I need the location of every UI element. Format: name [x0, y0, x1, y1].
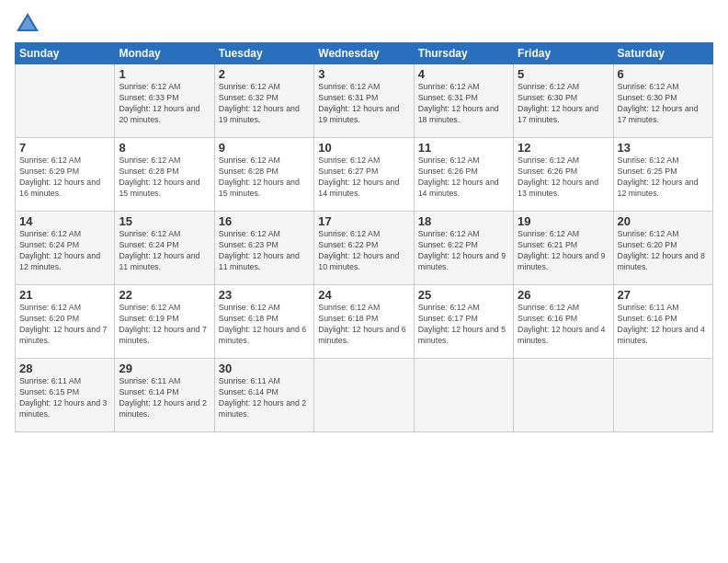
- day-number: 19: [518, 214, 609, 228]
- calendar-day-24: 24Sunrise: 6:12 AMSunset: 6:18 PMDayligh…: [314, 285, 414, 359]
- day-info: Sunrise: 6:12 AMSunset: 6:20 PMDaylight:…: [19, 303, 110, 347]
- header: [15, 11, 713, 37]
- day-info: Sunrise: 6:12 AMSunset: 6:16 PMDaylight:…: [518, 303, 609, 347]
- day-info: Sunrise: 6:12 AMSunset: 6:20 PMDaylight:…: [618, 229, 709, 273]
- calendar-header-sunday: Sunday: [16, 43, 115, 64]
- day-number: 23: [219, 288, 310, 302]
- calendar-day-5: 5Sunrise: 6:12 AMSunset: 6:30 PMDaylight…: [514, 64, 613, 138]
- calendar-day-16: 16Sunrise: 6:12 AMSunset: 6:23 PMDayligh…: [214, 212, 313, 285]
- calendar-day-2: 2Sunrise: 6:12 AMSunset: 6:32 PMDaylight…: [214, 64, 313, 138]
- calendar-day-20: 20Sunrise: 6:12 AMSunset: 6:20 PMDayligh…: [613, 212, 712, 285]
- day-number: 26: [518, 288, 609, 302]
- calendar-day-7: 7Sunrise: 6:12 AMSunset: 6:29 PMDaylight…: [16, 138, 115, 212]
- calendar-day-1: 1Sunrise: 6:12 AMSunset: 6:33 PMDaylight…: [115, 64, 214, 138]
- calendar-day-21: 21Sunrise: 6:12 AMSunset: 6:20 PMDayligh…: [16, 285, 115, 359]
- day-number: 6: [618, 67, 709, 81]
- day-info: Sunrise: 6:11 AMSunset: 6:15 PMDaylight:…: [19, 376, 110, 420]
- day-number: 17: [318, 214, 409, 228]
- day-info: Sunrise: 6:12 AMSunset: 6:22 PMDaylight:…: [318, 229, 409, 273]
- day-info: Sunrise: 6:12 AMSunset: 6:18 PMDaylight:…: [219, 303, 310, 347]
- calendar-header-row: SundayMondayTuesdayWednesdayThursdayFrid…: [16, 43, 713, 64]
- day-number: 14: [19, 214, 110, 228]
- calendar-week-row: 7Sunrise: 6:12 AMSunset: 6:29 PMDaylight…: [16, 138, 713, 212]
- calendar-day-15: 15Sunrise: 6:12 AMSunset: 6:24 PMDayligh…: [115, 212, 214, 285]
- calendar-day-empty: [514, 359, 613, 432]
- calendar-day-19: 19Sunrise: 6:12 AMSunset: 6:21 PMDayligh…: [514, 212, 613, 285]
- day-info: Sunrise: 6:12 AMSunset: 6:21 PMDaylight:…: [518, 229, 609, 273]
- day-info: Sunrise: 6:12 AMSunset: 6:27 PMDaylight:…: [318, 155, 409, 200]
- day-number: 5: [518, 67, 609, 81]
- day-number: 24: [318, 288, 409, 302]
- day-number: 11: [418, 141, 509, 155]
- day-info: Sunrise: 6:12 AMSunset: 6:33 PMDaylight:…: [119, 82, 210, 126]
- calendar-header-friday: Friday: [514, 43, 613, 64]
- calendar-day-14: 14Sunrise: 6:12 AMSunset: 6:24 PMDayligh…: [16, 212, 115, 285]
- logo: [15, 11, 44, 37]
- calendar-day-11: 11Sunrise: 6:12 AMSunset: 6:26 PMDayligh…: [414, 138, 513, 212]
- day-info: Sunrise: 6:12 AMSunset: 6:29 PMDaylight:…: [19, 155, 110, 200]
- calendar-day-26: 26Sunrise: 6:12 AMSunset: 6:16 PMDayligh…: [514, 285, 613, 359]
- calendar-day-27: 27Sunrise: 6:11 AMSunset: 6:16 PMDayligh…: [613, 285, 712, 359]
- calendar-week-row: 14Sunrise: 6:12 AMSunset: 6:24 PMDayligh…: [16, 212, 713, 285]
- calendar-day-8: 8Sunrise: 6:12 AMSunset: 6:28 PMDaylight…: [115, 138, 214, 212]
- day-info: Sunrise: 6:12 AMSunset: 6:31 PMDaylight:…: [418, 82, 509, 126]
- calendar-day-12: 12Sunrise: 6:12 AMSunset: 6:26 PMDayligh…: [514, 138, 613, 212]
- day-info: Sunrise: 6:11 AMSunset: 6:14 PMDaylight:…: [119, 376, 210, 420]
- calendar-day-17: 17Sunrise: 6:12 AMSunset: 6:22 PMDayligh…: [314, 212, 414, 285]
- calendar-header-wednesday: Wednesday: [314, 43, 414, 64]
- day-number: 15: [119, 214, 210, 228]
- day-number: 21: [19, 288, 110, 302]
- day-number: 4: [418, 67, 509, 81]
- day-info: Sunrise: 6:11 AMSunset: 6:14 PMDaylight:…: [219, 376, 310, 420]
- calendar-day-empty: [16, 64, 115, 138]
- day-number: 9: [219, 141, 310, 155]
- day-number: 7: [19, 141, 110, 155]
- calendar-day-4: 4Sunrise: 6:12 AMSunset: 6:31 PMDaylight…: [414, 64, 513, 138]
- day-info: Sunrise: 6:12 AMSunset: 6:26 PMDaylight:…: [518, 155, 609, 200]
- day-number: 16: [219, 214, 310, 228]
- calendar-header-monday: Monday: [115, 43, 214, 64]
- day-number: 27: [618, 288, 709, 302]
- calendar-day-30: 30Sunrise: 6:11 AMSunset: 6:14 PMDayligh…: [214, 359, 313, 432]
- day-info: Sunrise: 6:12 AMSunset: 6:24 PMDaylight:…: [119, 229, 210, 273]
- day-info: Sunrise: 6:12 AMSunset: 6:19 PMDaylight:…: [119, 303, 210, 347]
- day-number: 29: [119, 362, 210, 375]
- day-number: 25: [418, 288, 509, 302]
- calendar-day-empty: [613, 359, 712, 432]
- day-number: 1: [119, 67, 210, 81]
- day-number: 30: [219, 362, 310, 375]
- day-info: Sunrise: 6:12 AMSunset: 6:23 PMDaylight:…: [219, 229, 310, 273]
- calendar-day-3: 3Sunrise: 6:12 AMSunset: 6:31 PMDaylight…: [314, 64, 414, 138]
- calendar-day-empty: [314, 359, 414, 432]
- day-info: Sunrise: 6:12 AMSunset: 6:26 PMDaylight:…: [418, 155, 509, 200]
- day-info: Sunrise: 6:12 AMSunset: 6:22 PMDaylight:…: [418, 229, 509, 273]
- day-info: Sunrise: 6:12 AMSunset: 6:32 PMDaylight:…: [219, 82, 310, 126]
- day-number: 3: [318, 67, 409, 81]
- calendar-day-28: 28Sunrise: 6:11 AMSunset: 6:15 PMDayligh…: [16, 359, 115, 432]
- day-number: 22: [119, 288, 210, 302]
- calendar-day-25: 25Sunrise: 6:12 AMSunset: 6:17 PMDayligh…: [414, 285, 513, 359]
- calendar-week-row: 21Sunrise: 6:12 AMSunset: 6:20 PMDayligh…: [16, 285, 713, 359]
- day-info: Sunrise: 6:12 AMSunset: 6:31 PMDaylight:…: [318, 82, 409, 126]
- calendar-header-tuesday: Tuesday: [214, 43, 313, 64]
- calendar-day-22: 22Sunrise: 6:12 AMSunset: 6:19 PMDayligh…: [115, 285, 214, 359]
- day-info: Sunrise: 6:12 AMSunset: 6:28 PMDaylight:…: [119, 155, 210, 200]
- day-number: 10: [318, 141, 409, 155]
- calendar-table: SundayMondayTuesdayWednesdayThursdayFrid…: [15, 42, 713, 432]
- day-info: Sunrise: 6:12 AMSunset: 6:28 PMDaylight:…: [219, 155, 310, 200]
- day-info: Sunrise: 6:12 AMSunset: 6:25 PMDaylight:…: [618, 155, 709, 200]
- day-number: 8: [119, 141, 210, 155]
- calendar-day-18: 18Sunrise: 6:12 AMSunset: 6:22 PMDayligh…: [414, 212, 513, 285]
- calendar-week-row: 1Sunrise: 6:12 AMSunset: 6:33 PMDaylight…: [16, 64, 713, 138]
- day-number: 13: [618, 141, 709, 155]
- day-number: 18: [418, 214, 509, 228]
- day-number: 2: [219, 67, 310, 81]
- day-info: Sunrise: 6:12 AMSunset: 6:30 PMDaylight:…: [618, 82, 709, 126]
- calendar-day-29: 29Sunrise: 6:11 AMSunset: 6:14 PMDayligh…: [115, 359, 214, 432]
- calendar-header-saturday: Saturday: [613, 43, 712, 64]
- calendar-day-6: 6Sunrise: 6:12 AMSunset: 6:30 PMDaylight…: [613, 64, 712, 138]
- calendar-day-10: 10Sunrise: 6:12 AMSunset: 6:27 PMDayligh…: [314, 138, 414, 212]
- day-info: Sunrise: 6:12 AMSunset: 6:24 PMDaylight:…: [19, 229, 110, 273]
- calendar-day-empty: [414, 359, 513, 432]
- day-info: Sunrise: 6:12 AMSunset: 6:30 PMDaylight:…: [518, 82, 609, 126]
